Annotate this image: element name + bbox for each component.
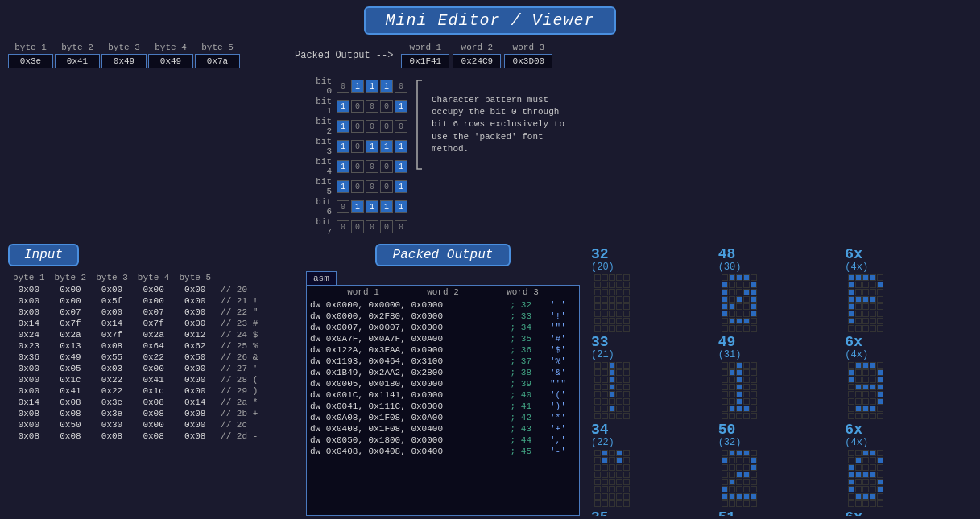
table-row: dw 0x0408, 0x0408, 0x0400 ; 45 '-' <box>307 446 579 457</box>
bitmap-pixel <box>743 406 750 412</box>
byte-val-5[interactable]: 0x7a <box>195 54 240 68</box>
bit-cell[interactable]: 0 <box>366 120 378 133</box>
bit-cell[interactable]: 1 <box>337 120 349 133</box>
bitmap-pixel <box>602 472 608 478</box>
bit-cell[interactable]: 1 <box>395 180 407 193</box>
bit-cell[interactable]: 0 <box>351 220 364 233</box>
bitmap-pixel <box>594 369 601 376</box>
bit-cell[interactable]: 1 <box>380 80 393 93</box>
bitmap-pixel <box>848 289 854 295</box>
bitmap-pixel <box>736 311 742 317</box>
table-cell: 0x08 <box>8 430 50 442</box>
word-label-3: word 3 <box>504 43 552 52</box>
bit-cell[interactable]: 1 <box>395 200 407 213</box>
bit-cell[interactable]: 0 <box>380 120 393 133</box>
bitmap-pixel <box>602 377 608 383</box>
table-cell: 0x14 <box>91 318 133 329</box>
bit-cell[interactable]: 1 <box>395 160 407 173</box>
bitmap-pixel <box>870 289 876 295</box>
table-row: dw 0x1B49, 0x2AA2, 0x2800 ; 38 '&' <box>307 367 579 378</box>
bit-cell[interactable]: 1 <box>366 200 378 213</box>
table-row: 0x000x000x000x000x00// 20 <box>8 284 263 295</box>
bitmap-pixel <box>751 464 757 471</box>
bitmap-pixel <box>616 384 622 390</box>
bitmap-pixel <box>743 296 750 303</box>
bit-cell[interactable]: 1 <box>366 140 378 153</box>
bitmap-pixel <box>609 413 615 419</box>
bit-cell[interactable]: 0 <box>351 120 364 133</box>
bitmap-pixel <box>609 282 615 288</box>
bit-cell[interactable]: 0 <box>337 220 349 233</box>
table-cell: 0x30 <box>91 419 133 430</box>
byte-val-3[interactable]: 0x49 <box>101 54 147 68</box>
bit-cell[interactable]: 1 <box>337 180 349 193</box>
bitmap-pixel <box>602 325 608 332</box>
bitmap-pixel <box>848 493 854 500</box>
bitmap-pixel <box>729 325 735 332</box>
bitmap-pixel <box>877 457 883 463</box>
bitmap-pixel <box>743 325 750 332</box>
char-number: 51(33) <box>718 510 742 516</box>
bitmap-pixel <box>870 318 876 324</box>
bit-cell[interactable]: 1 <box>380 140 393 153</box>
bitmap-pixel <box>751 318 757 324</box>
bitmap-pixel <box>855 413 862 419</box>
byte-val-2[interactable]: 0x41 <box>55 54 100 68</box>
bit-cell[interactable]: 1 <box>366 80 378 93</box>
table-cell: 0x50 <box>174 352 216 363</box>
bit-cell[interactable]: 0 <box>395 80 407 93</box>
bit-cell[interactable]: 0 <box>380 220 393 233</box>
bitmap-pixel <box>870 500 876 507</box>
asm-tab[interactable]: asm <box>306 271 337 285</box>
table-cell: 0x00 <box>8 284 50 295</box>
output-comment: ; 39 <box>507 378 547 389</box>
bitmap-pixel <box>722 325 728 332</box>
byte-val-1[interactable]: 0x3e <box>8 54 53 68</box>
bit-cell[interactable]: 1 <box>380 200 393 213</box>
bit-cell[interactable]: 1 <box>337 140 349 153</box>
bitmap-pixel <box>870 493 876 500</box>
bit-cell[interactable]: 0 <box>337 80 349 93</box>
byte-val-4[interactable]: 0x49 <box>148 54 193 68</box>
bit-cell[interactable]: 0 <box>366 180 378 193</box>
bit-cell[interactable]: 0 <box>395 220 407 233</box>
bit-cell[interactable]: 0 <box>380 100 393 113</box>
bit-cell[interactable]: 0 <box>366 100 378 113</box>
bit-cell[interactable]: 0 <box>351 140 364 153</box>
bitmap-pixel <box>609 398 615 405</box>
bit-cell[interactable]: 1 <box>337 160 349 173</box>
bitmap-pixel <box>623 472 630 478</box>
bit-cell[interactable]: 1 <box>395 100 407 113</box>
bit-cell[interactable]: 1 <box>395 140 407 153</box>
bitmap-pixel <box>609 391 615 397</box>
bitmap-pixel <box>602 464 608 471</box>
bit-cell[interactable]: 1 <box>351 200 364 213</box>
table-cell: 0x24 <box>8 329 50 340</box>
bit-cell[interactable]: 1 <box>337 100 349 113</box>
char-block: 34(22) <box>591 422 715 507</box>
bit-cell[interactable]: 1 <box>351 80 364 93</box>
bitmap-pixel <box>722 457 728 463</box>
bitmap-pixel <box>751 486 757 492</box>
bitmap-pixel <box>870 303 876 310</box>
byte-label-1: byte 1 <box>8 43 53 52</box>
bit-cell[interactable]: 0 <box>351 180 364 193</box>
char-bitmap <box>594 362 630 419</box>
bit-cell[interactable]: 0 <box>380 180 393 193</box>
table-cell: 0x2a <box>50 329 92 340</box>
bitmap-pixel <box>862 472 869 478</box>
bit-cell[interactable]: 0 <box>380 160 393 173</box>
output-char-label: "'" <box>547 378 579 389</box>
output-char-label: '%' <box>547 356 579 367</box>
output-table: word 1 word 2 word 3 dw 0x0000, 0x0000, … <box>307 286 579 457</box>
output-char-label: '!' <box>547 311 579 322</box>
bit-cell[interactable]: 0 <box>366 220 378 233</box>
bit-cell[interactable]: 0 <box>351 160 364 173</box>
bitmap-pixel <box>870 377 876 383</box>
bit-cell[interactable]: 0 <box>337 200 349 213</box>
output-comment: ; 41 <box>507 401 547 412</box>
bit-cell[interactable]: 0 <box>395 120 407 133</box>
output-comment: ; 43 <box>507 423 547 435</box>
bit-cell[interactable]: 0 <box>351 100 364 113</box>
bit-cell[interactable]: 0 <box>366 160 378 173</box>
